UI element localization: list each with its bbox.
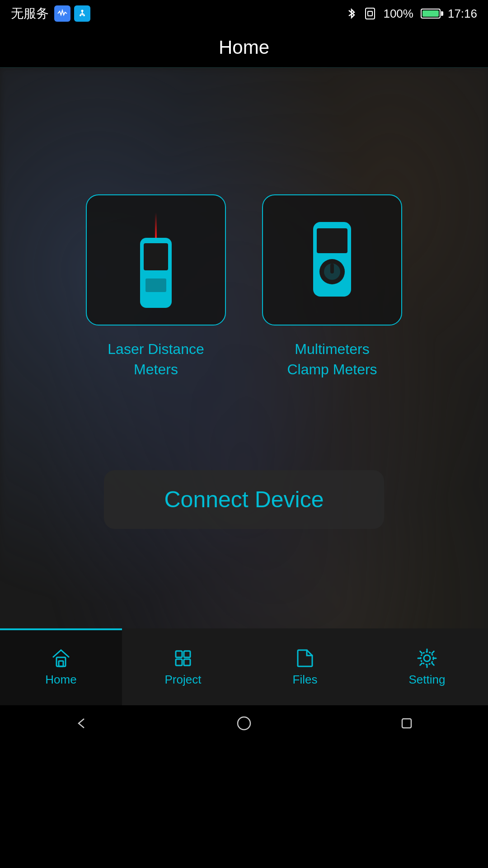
status-icons	[54, 5, 90, 22]
connect-device-button[interactable]: Connect Device	[104, 470, 384, 529]
multimeter-card[interactable]: Multimeters Clamp Meters	[262, 194, 402, 380]
main-content: Laser Distance Meters Multimeters	[0, 68, 488, 741]
health-icon	[54, 5, 70, 22]
svg-point-0	[81, 10, 84, 12]
svg-rect-24	[402, 719, 411, 728]
status-right: 100% 17:16	[346, 7, 477, 21]
multimeter-card-box[interactable]	[262, 194, 402, 326]
nav-project[interactable]: Project	[122, 628, 244, 705]
laser-device-svg	[136, 238, 176, 308]
svg-rect-18	[184, 651, 190, 657]
laser-beam	[155, 212, 157, 240]
svg-rect-19	[176, 659, 182, 665]
multimeter-device-svg	[310, 222, 355, 297]
setting-icon	[416, 647, 438, 669]
no-service-label: 无服务	[11, 5, 49, 22]
devices-grid: Laser Distance Meters Multimeters	[0, 68, 488, 380]
svg-point-23	[238, 717, 250, 730]
svg-rect-9	[145, 278, 166, 292]
svg-point-3	[80, 14, 81, 16]
svg-rect-16	[59, 661, 63, 666]
system-nav	[0, 705, 488, 741]
svg-rect-17	[176, 651, 182, 657]
laser-meter-icon	[136, 212, 176, 308]
files-icon	[294, 647, 316, 669]
back-button[interactable]	[68, 710, 95, 737]
svg-rect-11	[317, 228, 347, 253]
nav-project-label: Project	[165, 673, 202, 687]
svg-rect-14	[330, 264, 334, 274]
svg-rect-6	[368, 11, 372, 16]
laser-distance-card[interactable]: Laser Distance Meters	[86, 194, 226, 380]
svg-point-21	[424, 655, 430, 661]
battery-icon	[421, 9, 441, 19]
bottom-nav: Home Project Files Setting	[0, 628, 488, 705]
usb-icon	[74, 5, 90, 22]
connect-btn-container: Connect Device	[0, 470, 488, 529]
laser-card-box[interactable]	[86, 194, 226, 326]
laser-device-label: Laser Distance Meters	[108, 339, 204, 380]
svg-point-22	[421, 652, 433, 665]
home-icon	[50, 647, 72, 669]
title-bar: Home	[0, 27, 488, 68]
battery-percent: 100%	[383, 7, 413, 21]
nav-files-label: Files	[293, 673, 318, 687]
project-icon	[172, 647, 194, 669]
recents-button[interactable]	[393, 710, 420, 737]
status-left: 无服务	[11, 5, 90, 22]
svg-rect-5	[366, 8, 375, 19]
nav-home[interactable]: Home	[0, 628, 122, 705]
status-bar: 无服务	[0, 0, 488, 27]
nav-home-label: Home	[45, 673, 76, 687]
svg-rect-20	[184, 659, 190, 665]
svg-rect-15	[56, 657, 66, 666]
multimeter-icon	[310, 222, 355, 298]
svg-point-4	[83, 14, 85, 16]
nav-files[interactable]: Files	[244, 628, 366, 705]
time-label: 17:16	[448, 7, 477, 21]
home-button[interactable]	[230, 710, 258, 737]
nav-setting-label: Setting	[409, 673, 446, 687]
svg-rect-8	[144, 243, 168, 270]
multimeter-device-label: Multimeters Clamp Meters	[287, 339, 377, 380]
page-title: Home	[219, 37, 269, 58]
nav-setting[interactable]: Setting	[366, 628, 488, 705]
